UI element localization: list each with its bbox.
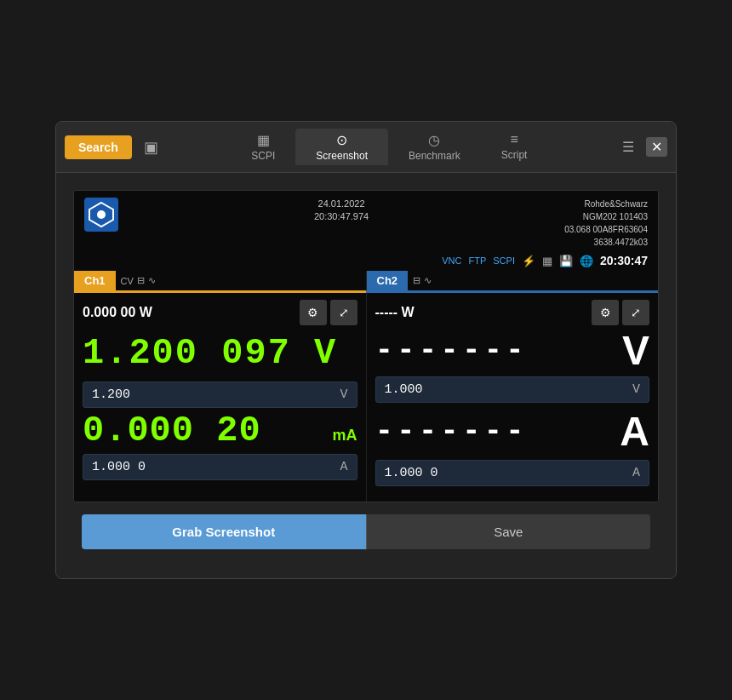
screen-date: 24.01.2022 bbox=[314, 198, 369, 210]
screen-info: Rohde&Schwarz NGM202 101403 03.068 00A8F… bbox=[564, 198, 648, 249]
brand-logo bbox=[84, 198, 118, 232]
ch1-voltage-row: 1.200 097 V bbox=[83, 330, 357, 376]
app-window: Search ▣ ▦ SCPI ⊙ Screenshot ◷ Benchmark… bbox=[55, 121, 677, 579]
ch1-voltage-setpoint[interactable]: 1.200 V bbox=[83, 382, 357, 408]
ch1-indicators: CV ⊟ ∿ bbox=[116, 275, 161, 286]
grab-screenshot-button[interactable]: Grab Screenshot bbox=[82, 514, 366, 549]
ch2-setpoint-a-val: 1.000 0 bbox=[385, 466, 438, 480]
status-scpi: SCPI bbox=[493, 255, 515, 266]
ch1-voltage-value: 1.200 097 V bbox=[83, 336, 337, 371]
status-time: 20:30:47 bbox=[600, 254, 648, 267]
bottom-bar: Grab Screenshot Save bbox=[73, 502, 659, 561]
ch1-current-row: 0.000 20 mA bbox=[83, 413, 357, 449]
ch2-voltage-row: ------- V bbox=[375, 330, 650, 371]
ch1-settings-button[interactable]: ⚙ bbox=[300, 300, 327, 325]
ch2-voltage-setpoint[interactable]: 1.000 V bbox=[375, 376, 650, 403]
ch1-current-value: 0.000 20 bbox=[83, 413, 261, 449]
device-screen: 24.01.2022 20:30:47.974 Rohde&Schwarz NG… bbox=[73, 190, 659, 502]
ch1-panel-icons: ⚙ ⤢ bbox=[300, 300, 357, 325]
ch2-tab[interactable]: Ch2 bbox=[367, 271, 409, 290]
layout-icon[interactable]: ▣ bbox=[140, 135, 162, 160]
tab-script[interactable]: ≡ Script bbox=[481, 129, 548, 165]
ch2-icon1: ⊟ bbox=[413, 275, 420, 286]
ch2-icon2: ∿ bbox=[424, 275, 432, 286]
ch2-setpoint-a-unit: A bbox=[632, 466, 640, 480]
ch1-icon1: ⊟ bbox=[137, 275, 145, 286]
ch1-section: Ch1 CV ⊟ ∿ bbox=[74, 271, 366, 290]
ch2-settings-button[interactable]: ⚙ bbox=[592, 300, 619, 325]
ch1-tab[interactable]: Ch1 bbox=[74, 271, 116, 290]
menu-button[interactable]: ☰ bbox=[617, 137, 639, 157]
ch2-section: Ch2 ⊟ ∿ bbox=[366, 271, 659, 290]
ch2-label: Ch2 bbox=[377, 274, 398, 287]
ch2-current-dashes: ------- bbox=[375, 416, 528, 447]
svg-point-3 bbox=[97, 210, 106, 219]
tab-scpi-label: SCPI bbox=[251, 150, 275, 162]
ch2-voltage-unit: V bbox=[622, 330, 649, 371]
network-icon: 🌐 bbox=[580, 255, 593, 267]
ch1-mode: CV bbox=[121, 276, 134, 286]
channel-tab-row: Ch1 CV ⊟ ∿ Ch2 ⊟ ∿ bbox=[74, 271, 658, 290]
ch2-expand-button[interactable]: ⤢ bbox=[622, 300, 649, 325]
ch1-setpoint-v-unit: V bbox=[340, 387, 347, 402]
tab-script-label: Script bbox=[501, 149, 528, 161]
ch1-current-unit: mA bbox=[332, 427, 357, 445]
title-bar: Search ▣ ▦ SCPI ⊙ Screenshot ◷ Benchmark… bbox=[56, 122, 676, 173]
tab-group: ▦ SCPI ⊙ Screenshot ◷ Benchmark ≡ Script bbox=[170, 129, 609, 165]
main-content: 24.01.2022 20:30:47.974 Rohde&Schwarz NG… bbox=[56, 173, 676, 578]
ch1-power: 0.000 00 W bbox=[83, 305, 152, 320]
lightning-icon: ⚡ bbox=[522, 255, 535, 267]
tab-screenshot-label: Screenshot bbox=[316, 150, 368, 162]
ch1-current-setpoint[interactable]: 1.000 0 A bbox=[83, 454, 357, 480]
ch1-panel: 0.000 00 W ⚙ ⤢ 1.200 097 V 1.200 V bbox=[74, 293, 367, 502]
screen-model: NGM202 101403 bbox=[564, 210, 648, 223]
screen-status-bar: VNC FTP SCPI ⚡ ▦ 💾 🌐 20:30:47 bbox=[74, 252, 658, 271]
ch2-current-unit: A bbox=[620, 408, 649, 455]
ch2-panel-top: ----- W ⚙ ⤢ bbox=[375, 300, 650, 325]
screenshot-icon: ⊙ bbox=[336, 132, 347, 148]
tab-benchmark[interactable]: ◷ Benchmark bbox=[388, 129, 481, 165]
status-ftp: FTP bbox=[468, 255, 486, 266]
scpi-icon: ▦ bbox=[257, 132, 270, 148]
storage-icon: 💾 bbox=[559, 255, 573, 267]
window-controls: ☰ ✕ bbox=[617, 137, 667, 157]
screen-serial: 3638.4472k03 bbox=[564, 236, 648, 249]
tab-benchmark-label: Benchmark bbox=[409, 150, 460, 162]
ch2-voltage-dashes: ------- bbox=[375, 336, 528, 366]
search-button[interactable]: Search bbox=[65, 135, 132, 159]
ch2-power: ----- W bbox=[375, 305, 415, 320]
ch2-setpoint-v-val: 1.000 bbox=[385, 382, 423, 397]
ch1-icon2: ∿ bbox=[148, 275, 156, 286]
ch1-setpoint-a-val: 1.000 0 bbox=[92, 460, 146, 474]
tab-scpi[interactable]: ▦ SCPI bbox=[231, 129, 295, 165]
screen-firmware: 03.068 00A8FR63604 bbox=[564, 223, 648, 236]
ch2-current-row: ------- A bbox=[375, 408, 650, 455]
ch1-expand-button[interactable]: ⤢ bbox=[330, 300, 357, 325]
ch1-label: Ch1 bbox=[84, 274, 106, 287]
close-button[interactable]: ✕ bbox=[646, 137, 667, 157]
tab-screenshot[interactable]: ⊙ Screenshot bbox=[295, 129, 388, 165]
grid-icon: ▦ bbox=[542, 255, 552, 267]
screen-time-ms: 20:30:47.974 bbox=[314, 210, 369, 223]
status-vnc: VNC bbox=[442, 255, 461, 266]
ch1-setpoint-v-val: 1.200 bbox=[92, 387, 130, 402]
screen-brand: Rohde&Schwarz bbox=[564, 198, 648, 210]
ch1-setpoint-a-unit: A bbox=[340, 460, 347, 474]
ch2-panel-icons: ⚙ ⤢ bbox=[592, 300, 649, 325]
ch2-setpoint-v-unit: V bbox=[632, 382, 640, 397]
script-icon: ≡ bbox=[510, 132, 518, 147]
screen-datetime: 24.01.2022 20:30:47.974 bbox=[314, 198, 369, 224]
channels-container: 0.000 00 W ⚙ ⤢ 1.200 097 V 1.200 V bbox=[74, 293, 658, 502]
benchmark-icon: ◷ bbox=[428, 132, 440, 148]
screen-header: 24.01.2022 20:30:47.974 Rohde&Schwarz NG… bbox=[74, 191, 658, 252]
ch2-panel: ----- W ⚙ ⤢ ------- V 1.000 V bbox=[367, 293, 659, 502]
ch1-panel-top: 0.000 00 W ⚙ ⤢ bbox=[83, 300, 357, 325]
ch2-current-setpoint[interactable]: 1.000 0 A bbox=[375, 460, 650, 486]
save-button[interactable]: Save bbox=[366, 514, 651, 549]
ch2-indicators: ⊟ ∿ bbox=[408, 275, 437, 286]
